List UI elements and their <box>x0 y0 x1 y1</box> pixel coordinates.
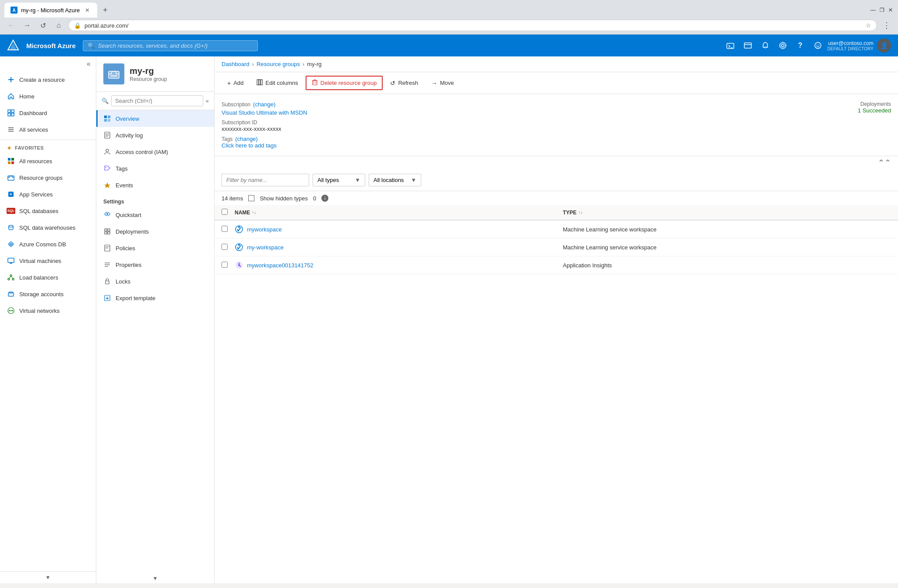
panel-nav-activitylog[interactable]: Activity log <box>96 127 214 144</box>
browser-menu-button[interactable]: ⋮ <box>880 19 893 32</box>
browser-titlebar: A my-rg - Microsoft Azure ✕ + — ❐ ✕ <box>0 0 898 18</box>
bookmark-icon[interactable]: ☆ <box>866 22 871 29</box>
filter-by-name-input[interactable] <box>222 174 309 186</box>
breadcrumb-dashboard[interactable]: Dashboard <box>222 61 250 67</box>
browser-tab[interactable]: A my-rg - Microsoft Azure ✕ <box>4 3 97 18</box>
maximize-button[interactable]: ❐ <box>879 7 885 13</box>
panel-nav-scroll[interactable]: Overview Activity log Access <box>96 110 214 574</box>
panel-search-input[interactable] <box>111 95 203 106</box>
sidebar-item-sqldbs[interactable]: SQL SQL databases <box>0 203 96 219</box>
panel-nav-properties[interactable]: Properties <box>96 256 214 273</box>
sidebar-item-allresources[interactable]: All resources <box>0 153 96 169</box>
settings-icon[interactable] <box>775 38 791 53</box>
new-tab-button[interactable]: + <box>99 4 111 16</box>
row-check-2[interactable] <box>222 244 235 251</box>
back-button[interactable]: ← <box>5 19 18 32</box>
forward-button[interactable]: → <box>21 19 33 32</box>
item-count: 14 items <box>222 195 243 202</box>
directory-icon[interactable] <box>740 38 756 53</box>
resource-link-2[interactable]: my-workspace <box>247 244 284 251</box>
show-hidden-types-checkbox[interactable] <box>248 195 254 201</box>
reload-button[interactable]: ↺ <box>37 19 49 32</box>
notifications-icon[interactable] <box>757 38 773 53</box>
panel-nav-tags[interactable]: Tags <box>96 160 214 177</box>
sidebar-item-sqldw[interactable]: SQL data warehouses <box>0 219 96 236</box>
resource-link-3[interactable]: myworkspace0013141752 <box>247 262 313 269</box>
minimize-button[interactable]: — <box>870 7 876 13</box>
tags-change-link[interactable]: (change) <box>235 136 257 142</box>
sidebar-item-storage[interactable]: Storage accounts <box>0 286 96 302</box>
row-check-1[interactable] <box>222 226 235 233</box>
row-check-3[interactable] <box>222 262 235 269</box>
resource-name: my-rg <box>130 66 167 76</box>
azure-search-bar[interactable]: 🔍 Search resources, services, and docs (… <box>83 40 258 51</box>
row-checkbox-1[interactable] <box>222 226 228 232</box>
panel-nav-overview[interactable]: Overview <box>96 110 214 127</box>
home-button[interactable]: ⌂ <box>53 19 65 32</box>
name-sort-icon[interactable]: ↑↓ <box>252 210 256 215</box>
collapse-icon[interactable]: « <box>87 60 91 68</box>
ml-workspace-icon-2 <box>235 243 243 252</box>
tags-add-link[interactable]: Click here to add tags <box>222 142 277 149</box>
subscription-change-link[interactable]: (change) <box>253 101 275 108</box>
user-profile[interactable]: user@contoso.com DEFAULT DIRECTORY 👤 <box>828 38 891 52</box>
collapse-details-icon[interactable]: ⌃⌃ <box>878 158 891 168</box>
panel-nav-deployments[interactable]: Deployments <box>96 223 214 240</box>
sidebar-item-home[interactable]: Home <box>0 88 96 105</box>
sidebar-item-vms[interactable]: Virtual machines <box>0 252 96 269</box>
header-type-col[interactable]: TYPE ↑↓ <box>563 210 891 216</box>
all-types-dropdown[interactable]: All types ▼ <box>313 174 365 186</box>
move-button[interactable]: → Move <box>426 77 460 90</box>
sidebar-item-lb[interactable]: Load balancers <box>0 269 96 286</box>
table-row[interactable]: myworkspace Machine Learning service wor… <box>215 220 898 238</box>
user-avatar[interactable]: 👤 <box>877 38 891 52</box>
vms-icon <box>7 257 15 265</box>
cloud-shell-icon[interactable] <box>722 38 738 53</box>
svg-rect-63 <box>108 229 110 231</box>
header-name-col[interactable]: NAME ↑↓ <box>235 210 563 216</box>
close-button[interactable]: ✕ <box>887 7 894 13</box>
feedback-icon[interactable] <box>810 38 826 53</box>
panel-nav-exporttemplate[interactable]: Export template <box>96 290 214 306</box>
sidebar-item-cosmosdb[interactable]: Azure Cosmos DB <box>0 236 96 252</box>
panel-nav-events[interactable]: Events <box>96 177 214 193</box>
type-sort-icon[interactable]: ↑↓ <box>578 210 583 215</box>
all-locations-dropdown[interactable]: All locations ▼ <box>369 174 421 186</box>
sidebar-item-appservices[interactable]: ✦ App Services <box>0 186 96 203</box>
tab-close-button[interactable]: ✕ <box>83 6 91 14</box>
sidebar-scroll-down[interactable]: ▼ <box>0 571 96 583</box>
panel-nav-quickstart[interactable]: Quickstart <box>96 206 214 223</box>
delete-button[interactable]: Delete resource group <box>306 76 383 90</box>
breadcrumb-resourcegroups[interactable]: Resource groups <box>257 61 300 67</box>
sidebar-item-resourcegroups[interactable]: Resource groups <box>0 169 96 186</box>
help-icon[interactable]: ? <box>792 38 808 53</box>
svg-point-10 <box>782 44 784 47</box>
panel-scroll-down[interactable]: ▼ <box>96 574 214 583</box>
refresh-button[interactable]: ↺ Refresh <box>384 77 424 90</box>
sidebar-item-create[interactable]: Create a resource <box>0 71 96 88</box>
deployments-value[interactable]: 1 Succeeded <box>858 107 891 114</box>
subscription-value[interactable]: Visual Studio Ultimate with MSDN <box>222 109 307 116</box>
sidebar-item-dashboard[interactable]: Dashboard <box>0 105 96 121</box>
sidebar-item-allservices[interactable]: All services <box>0 121 96 138</box>
table-row[interactable]: myworkspace0013141752 Application Insigh… <box>215 256 898 274</box>
resource-link-1[interactable]: myworkspace <box>247 226 282 233</box>
address-bar[interactable]: 🔒 portal.azure.com/ ☆ <box>68 20 877 31</box>
row-checkbox-2[interactable] <box>222 244 228 250</box>
svg-line-41 <box>11 276 13 278</box>
select-all-checkbox[interactable] <box>222 209 228 215</box>
panel-collapse-button[interactable]: « <box>206 98 209 104</box>
tab-title: my-rg - Microsoft Azure <box>21 7 80 14</box>
hidden-types-info-icon[interactable]: i <box>321 195 328 202</box>
sidebar-favorites-label: ★ FAVORITES <box>0 142 96 153</box>
row-checkbox-3[interactable] <box>222 262 228 268</box>
edit-columns-button[interactable]: Edit columns <box>251 76 303 90</box>
add-button[interactable]: + Add <box>222 77 249 90</box>
panel-nav-policies[interactable]: Policies <box>96 240 214 256</box>
panel-nav-iam[interactable]: Access control (IAM) <box>96 144 214 160</box>
sidebar-item-vnet[interactable]: Virtual networks <box>0 302 96 319</box>
svg-point-30 <box>9 225 13 227</box>
panel-nav-locks[interactable]: Locks <box>96 273 214 290</box>
sidebar-scroll[interactable]: All resources Resource groups ✦ App Serv… <box>0 153 96 571</box>
table-row[interactable]: my-workspace Machine Learning service wo… <box>215 238 898 256</box>
